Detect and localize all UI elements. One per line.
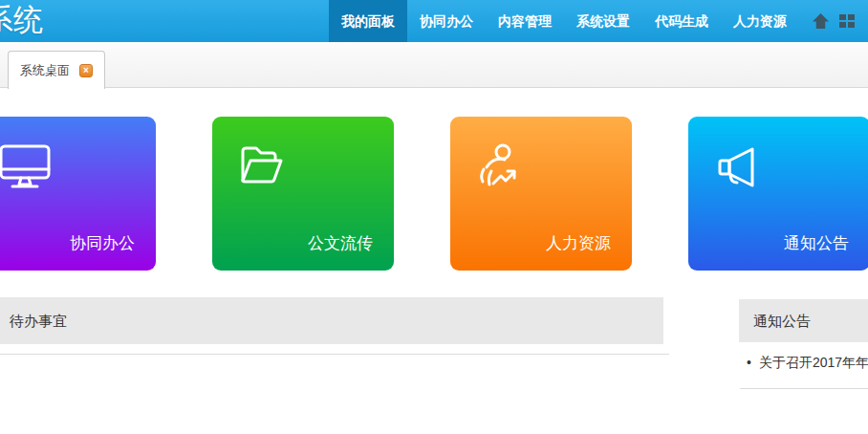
notice-list-item[interactable]: • 关于召开2017年年 bbox=[747, 355, 868, 372]
tile-document-flow[interactable]: 公文流传 bbox=[212, 117, 394, 271]
navbar-icon-group bbox=[799, 0, 868, 42]
notice-item-text: 关于召开2017年年 bbox=[759, 355, 868, 372]
notices-panel-heading: 通知公告 bbox=[739, 299, 868, 342]
notices-panel-divider bbox=[740, 388, 868, 389]
nav-item-collaboration[interactable]: 协同办公 bbox=[407, 0, 486, 42]
nav-item-system-settings[interactable]: 系统设置 bbox=[564, 0, 642, 42]
nav-item-content-management[interactable]: 内容管理 bbox=[486, 0, 564, 42]
folder-open-icon bbox=[235, 140, 291, 195]
tile-label: 人力资源 bbox=[546, 232, 611, 254]
home-icon[interactable] bbox=[807, 0, 834, 42]
nav-item-code-generation[interactable]: 代码生成 bbox=[642, 0, 721, 42]
nav-item-human-resources[interactable]: 人力资源 bbox=[721, 0, 799, 42]
main-menu: 我的面板 协同办公 内容管理 系统设置 代码生成 人力资源 bbox=[329, 0, 799, 42]
megaphone-icon bbox=[711, 140, 767, 195]
monitor-icon bbox=[0, 140, 53, 195]
tile-label: 协同办公 bbox=[70, 232, 135, 254]
tab-system-desktop[interactable]: 系统桌面 × bbox=[8, 51, 105, 89]
shortcut-tile-row: 协同办公 公文流传 人力资源 bbox=[0, 117, 868, 271]
todo-panel-divider bbox=[0, 354, 669, 355]
tab-close-icon[interactable]: × bbox=[79, 64, 93, 77]
tile-label: 通知公告 bbox=[784, 232, 849, 254]
tab-bar: 系统桌面 × bbox=[0, 42, 868, 88]
tile-collaboration[interactable]: 协同办公 bbox=[0, 117, 156, 271]
bullet-icon: • bbox=[747, 355, 751, 372]
todo-panel-heading: 待办事宜 bbox=[0, 297, 663, 344]
tile-label: 公文流传 bbox=[308, 232, 373, 254]
tab-label: 系统桌面 bbox=[20, 62, 70, 79]
app-window: 系统 我的面板 协同办公 内容管理 系统设置 代码生成 人力资源 bbox=[0, 0, 868, 434]
tile-notice-announcements[interactable]: 通知公告 bbox=[688, 117, 868, 271]
person-growth-icon bbox=[473, 140, 529, 195]
app-logo-title[interactable]: 系统 bbox=[0, 0, 43, 42]
nav-item-my-dashboard[interactable]: 我的面板 bbox=[329, 0, 407, 42]
grid-icon[interactable] bbox=[834, 0, 860, 42]
top-navbar: 系统 我的面板 协同办公 内容管理 系统设置 代码生成 人力资源 bbox=[0, 0, 868, 42]
tile-human-resources[interactable]: 人力资源 bbox=[450, 117, 632, 271]
